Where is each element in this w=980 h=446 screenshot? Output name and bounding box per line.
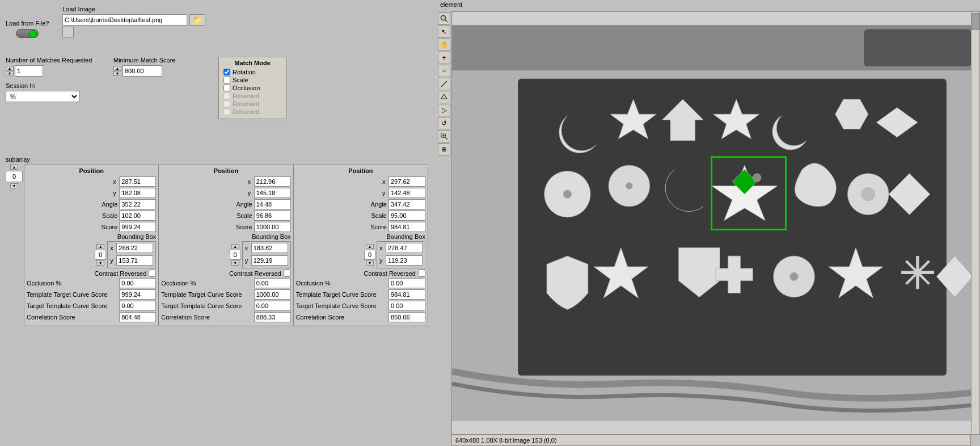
file-path-input[interactable] — [62, 14, 187, 26]
card2-bb-label: Bounding Box — [252, 233, 291, 240]
match-mode-rotation: Rotation — [223, 69, 281, 75]
file-browse-button[interactable]: 📁 — [189, 14, 205, 26]
card3-bb-spin-down[interactable]: ▼ — [366, 260, 374, 266]
card1-x-value[interactable] — [119, 176, 156, 187]
tool-zoom-in[interactable]: + — [438, 52, 450, 64]
min-score-section: Minimum Match Score ▲ ▼ — [113, 57, 175, 77]
card3-bb-x-value[interactable] — [386, 243, 423, 253]
card1-contrast-checkbox[interactable] — [149, 270, 156, 277]
card2-bb-spin-up[interactable]: ▲ — [231, 244, 239, 249]
card1-bb-x-value[interactable] — [116, 243, 153, 253]
matches-spin-up[interactable]: ▲ — [6, 66, 14, 71]
card2-bb-x-value[interactable] — [251, 243, 288, 253]
card1-corr-label: Correlation Score — [27, 314, 75, 321]
card2-occlusion-value[interactable] — [254, 278, 291, 288]
card3-angle-value[interactable] — [388, 199, 425, 209]
card2-scale-value[interactable] — [254, 211, 291, 221]
tool-hand[interactable]: ✋ — [438, 39, 450, 51]
card1-scale-value[interactable] — [119, 211, 156, 221]
card1-corr-value[interactable] — [119, 312, 156, 322]
tool-line[interactable] — [438, 78, 450, 90]
scale-checkbox[interactable] — [223, 77, 230, 83]
card1-angle-value[interactable] — [119, 199, 156, 209]
session-dropdown[interactable]: % — [6, 91, 79, 102]
card2-y-value[interactable] — [254, 188, 291, 198]
card1-occlusion-value[interactable] — [119, 278, 156, 288]
card2-bb-y-value[interactable] — [251, 255, 288, 266]
tool-arrow[interactable]: ▷ — [438, 104, 450, 116]
card3-x-value[interactable] — [388, 176, 425, 187]
card2-bb-spin-down[interactable]: ▼ — [231, 260, 239, 266]
card3-tt-value[interactable] — [388, 289, 425, 300]
match-mode-reserved2: Reserved — [223, 100, 281, 107]
card1-bb-spin-val[interactable] — [95, 250, 106, 260]
card2-corr-value[interactable] — [254, 312, 291, 322]
card3-contrast-checkbox[interactable] — [418, 270, 425, 277]
card3-bb-inner: x y — [377, 241, 425, 268]
tool-zoom-out[interactable]: − — [438, 65, 450, 77]
tool-rotate[interactable]: ↺ — [438, 117, 450, 129]
card1-score-label: Score — [102, 224, 118, 230]
matches-input[interactable] — [15, 65, 43, 77]
card1-scale-row: Scale — [27, 211, 156, 221]
card1-bb-spin-up[interactable]: ▲ — [96, 244, 104, 249]
card3-tgt-value[interactable] — [388, 301, 425, 311]
occlusion-checkbox[interactable] — [223, 85, 230, 91]
tool-crosshair[interactable]: ⊕ — [438, 143, 450, 155]
card2-tt-row: Template Target Curve Score — [161, 289, 290, 300]
load-image-label: Load Image — [62, 6, 267, 12]
card2-x-value[interactable] — [254, 176, 291, 187]
image-viewer[interactable] — [451, 11, 980, 435]
occlusion-label: Occlusion — [233, 85, 260, 91]
card3-bb-spin-val[interactable] — [364, 250, 375, 260]
card3-scale-value[interactable] — [388, 211, 425, 221]
tool-magnify[interactable] — [438, 130, 450, 142]
subarray-spin-down[interactable]: ▼ — [10, 183, 18, 188]
subarray-spin-up[interactable]: ▲ — [10, 165, 18, 170]
file-input-small[interactable] — [62, 27, 74, 38]
card1-tgt-value[interactable] — [119, 301, 156, 311]
tool-pointer[interactable]: ↖ — [438, 26, 450, 38]
min-score-spin-up[interactable]: ▲ — [113, 66, 121, 71]
card3-corr-value[interactable] — [388, 312, 425, 322]
card2-tgt-row: Target Template Curve Score — [161, 301, 290, 311]
card2-tt-value[interactable] — [254, 289, 291, 300]
matches-label: Number of Matches Requested — [6, 57, 92, 64]
card1-occlusion-row: Occlusion % — [27, 278, 156, 288]
session-section: Session In % — [6, 82, 79, 102]
card2-score-value[interactable] — [254, 222, 291, 232]
tool-search[interactable] — [438, 12, 450, 25]
card3-y-value[interactable] — [388, 188, 425, 198]
card1-bb-y-value[interactable] — [116, 255, 153, 266]
element-label: element — [437, 0, 980, 9]
card2-bb-spin-val[interactable] — [230, 250, 241, 260]
svg-point-23 — [753, 174, 761, 182]
card1-y-value[interactable] — [119, 188, 156, 198]
card3-bb-title: Bounding Box — [296, 233, 425, 240]
card1-angle-label: Angle — [102, 201, 117, 208]
card3-occlusion-value[interactable] — [388, 278, 425, 288]
card2-scale-row: Scale — [161, 211, 290, 221]
card2-contrast-checkbox[interactable] — [284, 270, 291, 277]
tool-polygon[interactable] — [438, 91, 450, 103]
min-score-label: Minimum Match Score — [113, 57, 175, 64]
rotation-checkbox[interactable] — [223, 69, 230, 75]
card2-tgt-value[interactable] — [254, 301, 291, 311]
card1-score-value[interactable] — [119, 222, 156, 232]
min-score-input[interactable] — [122, 65, 162, 77]
session-label: Session In — [6, 82, 79, 89]
card3-bb-y-value[interactable] — [386, 255, 423, 266]
load-from-file-toggle[interactable] — [16, 29, 39, 38]
min-score-spin-down[interactable]: ▼ — [113, 71, 121, 76]
card1-tt-value[interactable] — [119, 289, 156, 300]
subarray-input[interactable] — [6, 171, 23, 182]
matches-spin-down[interactable]: ▼ — [6, 71, 14, 76]
card3-bb-spin-up[interactable]: ▲ — [366, 244, 374, 249]
vertical-scrollbar[interactable] — [971, 11, 980, 435]
vertical-toolbar: ↖ ✋ + − ▷ ↺ ⊕ — [437, 11, 451, 157]
card3-score-value[interactable] — [388, 222, 425, 232]
result-card-3: Position x y Angle — [294, 165, 428, 326]
load-image-section: Load Image 📁 — [62, 6, 267, 38]
card2-angle-value[interactable] — [254, 199, 291, 209]
card1-bb-spin-down[interactable]: ▼ — [96, 260, 104, 266]
